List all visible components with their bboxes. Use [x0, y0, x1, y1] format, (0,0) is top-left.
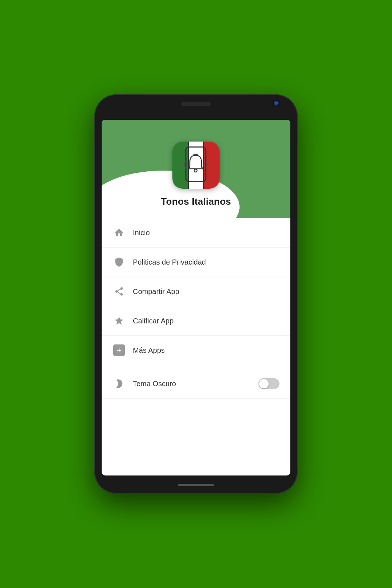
menu-item-tema-oscuro[interactable]: Tema Oscuro: [102, 369, 290, 399]
plus-icon-box: +: [113, 344, 125, 356]
home-indicator: [178, 484, 214, 486]
menu-item-inicio[interactable]: Inicio: [102, 218, 290, 248]
menu-label-mas-apps: Más Apps: [133, 346, 279, 355]
svg-point-2: [194, 169, 197, 172]
menu-label-inicio: Inicio: [133, 229, 279, 237]
moon-icon: [113, 377, 126, 390]
svg-rect-1: [191, 181, 200, 182]
camera: [273, 100, 279, 106]
phone-bottom: [94, 475, 298, 494]
svg-rect-0: [186, 147, 206, 181]
icon-phone-shape: [183, 142, 209, 189]
menu-label-compartir: Compartir App: [133, 287, 279, 296]
screen-content: Tonos Italianos Inicio: [102, 120, 290, 475]
menu-item-mas-apps[interactable]: + Más Apps: [102, 336, 290, 365]
star-icon: [113, 314, 126, 327]
menu-item-compartir[interactable]: Compartir App: [102, 277, 290, 306]
speaker: [181, 102, 211, 106]
menu-item-privacidad[interactable]: Politicas de Privacidad: [102, 248, 290, 277]
menu-label-calificar: Calificar App: [133, 317, 279, 325]
menu-item-calificar[interactable]: Calificar App: [102, 306, 290, 336]
app-icon: [172, 142, 220, 189]
app-title: Tonos Italianos: [161, 196, 231, 207]
menu-list: Inicio Politicas de Privacidad: [102, 218, 290, 475]
toggle-knob: [259, 379, 269, 388]
shield-icon: [113, 256, 126, 269]
menu-label-tema-oscuro: Tema Oscuro: [133, 380, 258, 388]
home-icon: [113, 226, 126, 239]
plus-icon: +: [113, 344, 126, 357]
phone-device: Tonos Italianos Inicio: [94, 94, 298, 494]
phone-top-bar: [94, 94, 298, 120]
menu-label-privacidad: Politicas de Privacidad: [133, 258, 279, 266]
icon-flag-white: [188, 142, 204, 189]
tema-oscuro-toggle[interactable]: [258, 378, 279, 389]
share-icon: [113, 285, 126, 298]
phone-screen: Tonos Italianos Inicio: [102, 120, 290, 475]
phone-bell-svg: [184, 145, 208, 185]
menu-divider: [102, 367, 290, 367]
